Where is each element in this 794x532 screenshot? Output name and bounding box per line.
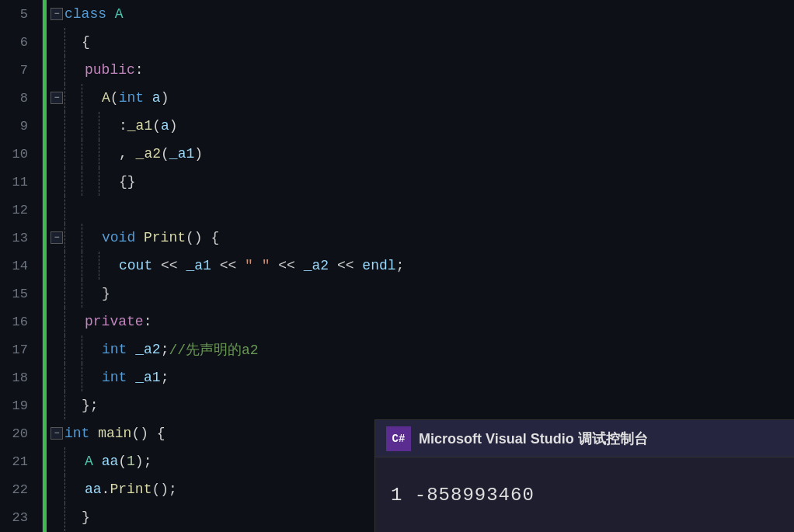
output-line: 1 -858993460 (391, 485, 535, 506)
line-num-13: 13 (0, 224, 34, 252)
class-a-name: A (115, 6, 124, 22)
line-num-5: 5 (0, 0, 34, 28)
line-num-16: 16 (0, 308, 34, 336)
line-16: private : (50, 308, 794, 336)
line-num-14: 14 (0, 252, 34, 280)
line-6: { (50, 28, 794, 56)
line-num-8: 8 (0, 84, 34, 112)
line-8: − A ( int a ) (50, 84, 794, 112)
line-18: int _a1 ; (50, 363, 794, 391)
colon-7: : (135, 62, 144, 78)
line-10: , _a2 ( _a1 ) (50, 140, 794, 168)
line-7: public : (50, 56, 794, 84)
line-9: : _a1 ( a ) (50, 112, 794, 140)
fold-btn-20[interactable]: − (50, 427, 63, 440)
line-15: } (50, 280, 794, 308)
func-a-8: A (102, 90, 110, 106)
line-num-12: 12 (0, 196, 34, 224)
overlay-panel: C# Microsoft Visual Studio 调试控制台 1 -8589… (374, 419, 794, 532)
line-num-18: 18 (0, 363, 34, 391)
fold-btn-5[interactable]: − (50, 8, 63, 20)
line-num-7: 7 (0, 56, 34, 84)
line-17: int _a2 ; //先声明的a2 (50, 336, 794, 363)
kw-public-7: public (85, 62, 135, 78)
fold-btn-8[interactable]: − (50, 92, 63, 104)
overlay-content: 1 -858993460 (375, 457, 794, 532)
fold-btn-13[interactable]: − (50, 231, 63, 244)
overlay-title: Microsoft Visual Studio 调试控制台 (419, 429, 648, 448)
line-num-11: 11 (0, 168, 34, 196)
line-num-19: 19 (0, 391, 34, 419)
line-numbers: 5 6 7 8 9 10 11 12 13 14 15 16 17 18 19 … (0, 0, 43, 532)
line-num-10: 10 (0, 140, 34, 168)
line-num-6: 6 (0, 28, 34, 56)
line-num-23: 23 (0, 503, 34, 531)
overlay-title-bar: C# Microsoft Visual Studio 调试控制台 (375, 420, 794, 457)
line-19: }; (50, 391, 794, 419)
line-11: {} (50, 168, 794, 196)
line-num-20: 20 (0, 419, 34, 447)
line-13: − void Print () { (50, 224, 794, 252)
vs-icon-text: C# (392, 433, 406, 445)
line-num-22: 22 (0, 475, 34, 503)
kw-class-5: class (64, 6, 115, 22)
line-num-15: 15 (0, 280, 34, 308)
line-num-17: 17 (0, 336, 34, 363)
line-5: − class A (50, 0, 794, 28)
line-14: cout << _a1 << " " << _a2 << endl ; (50, 252, 794, 280)
line-num-21: 21 (0, 447, 34, 475)
open-brace-6: { (82, 34, 90, 50)
line-num-9: 9 (0, 112, 34, 140)
line-12 (50, 196, 794, 224)
vs-icon: C# (386, 426, 411, 451)
